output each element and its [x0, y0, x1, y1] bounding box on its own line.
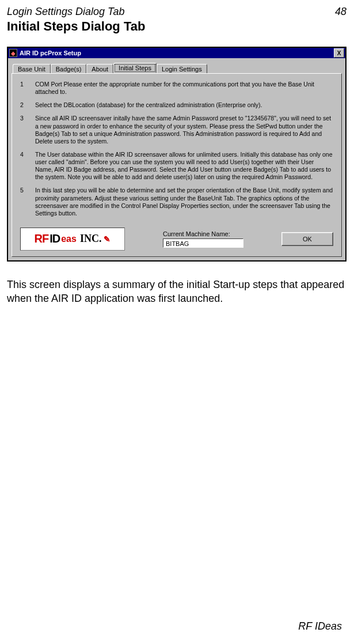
step-text: COM Port Please enter the appropriate nu… — [35, 81, 333, 96]
window-title: AIR ID pcProx Setup — [20, 50, 81, 56]
app-icon: ◆ — [9, 49, 17, 57]
logo-text-inc: INC. — [80, 233, 102, 245]
step-text: Select the DBLocation (database) for the… — [35, 101, 333, 109]
list-item: 2 Select the DBLocation (database) for t… — [20, 101, 333, 109]
step-number: 2 — [20, 101, 26, 109]
list-item: 4 The User database within the AIR ID sc… — [20, 151, 333, 181]
step-number: 1 — [20, 81, 26, 96]
page-number: 48 — [335, 6, 346, 18]
machine-name-field[interactable]: BITBAG — [163, 238, 243, 248]
step-text: In this last step you will be able to de… — [35, 187, 333, 217]
tab-about[interactable]: About — [86, 64, 113, 74]
step-text: The User database within the AIR ID scre… — [35, 151, 333, 181]
footer-text: RF IDeas — [298, 620, 342, 632]
step-number: 5 — [20, 187, 26, 217]
tabstrip: Base Unit Badge(s) About Initial Steps L… — [13, 62, 342, 73]
rfideas-logo: RFIDeas INC. ✎ — [20, 228, 125, 251]
list-item: 1 COM Port Please enter the appropriate … — [20, 81, 333, 96]
step-number: 4 — [20, 151, 26, 181]
list-item: 5 In this last step you will be able to … — [20, 187, 333, 217]
step-number: 3 — [20, 115, 26, 145]
step-text: Since all AIR ID screensaver initally ha… — [35, 115, 333, 145]
logo-swoosh-icon: ✎ — [104, 234, 111, 244]
titlebar: ◆ AIR ID pcProx Setup X — [8, 48, 345, 58]
list-item: 3 Since all AIR ID screensaver initally … — [20, 115, 333, 145]
tab-badges[interactable]: Badge(s) — [51, 64, 87, 74]
logo-text-id: ID — [49, 232, 60, 245]
tab-base-unit[interactable]: Base Unit — [13, 64, 51, 74]
tab-initial-steps[interactable]: Initial Steps — [113, 63, 157, 73]
running-header-left: Login Settings Dialog Tab — [7, 6, 124, 18]
logo-text-eas: eas — [61, 234, 77, 244]
logo-text-rf: RF — [35, 232, 49, 245]
tab-login-settings[interactable]: Login Settings — [157, 64, 207, 74]
body-paragraph: This screen displays a summary of the in… — [7, 278, 346, 306]
steps-list: 1 COM Port Please enter the appropriate … — [20, 81, 333, 217]
page-title: Initial Steps Dialog Tab — [7, 19, 346, 34]
dialog-window: ◆ AIR ID pcProx Setup X Base Unit Badge(… — [7, 47, 346, 262]
ok-button[interactable]: OK — [281, 232, 333, 246]
close-icon[interactable]: X — [334, 48, 344, 58]
tab-panel: 1 COM Port Please enter the appropriate … — [12, 73, 342, 257]
machine-name-label: Current Machine Name: — [163, 230, 230, 237]
